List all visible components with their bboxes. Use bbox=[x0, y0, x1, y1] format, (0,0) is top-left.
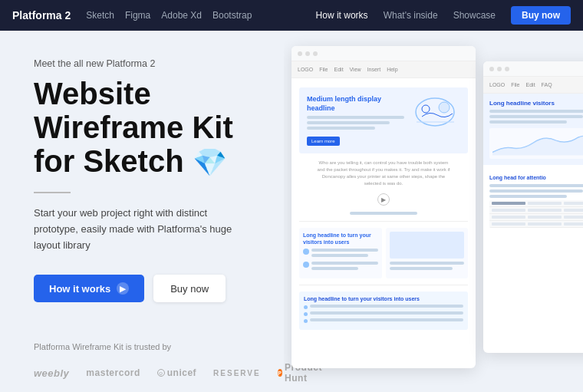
mock-nav-item2: Edit bbox=[334, 67, 344, 72]
mock-chart bbox=[489, 128, 583, 159]
mock-nav-item3: View bbox=[350, 67, 361, 72]
mockup-body: Medium length display headline Learn mor… bbox=[292, 78, 476, 344]
navbar: Platforma 2 Sketch Figma Adobe Xd Bootst… bbox=[0, 0, 583, 31]
main-mockup: LOGO File Edit View Insert Help Medium l… bbox=[292, 46, 476, 368]
mock-features-title: Long headline to turn your visitors into… bbox=[304, 296, 463, 301]
brand-logo: Platforma 2 bbox=[12, 9, 71, 21]
mock-cta: Learn more bbox=[307, 137, 340, 146]
mock-table bbox=[489, 200, 583, 228]
mock-nav-item5: Help bbox=[387, 67, 397, 72]
mock-icon-1 bbox=[303, 249, 309, 255]
mock-card-1: Long headline to turn your visitors into… bbox=[299, 228, 382, 278]
mastercord-logo: mastercord bbox=[86, 367, 140, 378]
mock-card-2 bbox=[386, 228, 469, 278]
mock-icon-row bbox=[303, 249, 378, 259]
mockup-nav: LOGO File Edit View Insert Help bbox=[292, 61, 476, 78]
mock-card-headline: Long headline to turn your visitors into… bbox=[303, 232, 378, 245]
hero-left: Meet the all new Platforma 2 Website Wir… bbox=[0, 31, 284, 392]
table-row-3 bbox=[489, 214, 583, 221]
nav-links: Sketch Figma Adobe Xd Bootstrap bbox=[86, 10, 252, 21]
brand-logos: weebly mastercord ☺ unicef RESERVE P Pro… bbox=[34, 362, 253, 384]
how-it-works-button[interactable]: How it works ▶ bbox=[34, 275, 144, 302]
weebly-logo: weebly bbox=[34, 367, 69, 379]
mock-play-button: ▶ bbox=[377, 193, 390, 206]
side-attention-section: Long head for attentio bbox=[483, 170, 583, 232]
navbar-left: Platforma 2 Sketch Figma Adobe Xd Bootst… bbox=[12, 9, 252, 21]
trusted-by-label: Platforma Wireframe Kit is trusted by bbox=[34, 342, 253, 351]
unicef-logo: ☺ unicef bbox=[157, 367, 196, 378]
mock-nav-logo: LOGO bbox=[298, 67, 313, 72]
hero-tagline: Meet the all new Platforma 2 bbox=[34, 58, 253, 69]
svg-point-1 bbox=[422, 105, 430, 113]
mock-icon-2 bbox=[303, 262, 309, 268]
hero-section: Meet the all new Platforma 2 Website Wir… bbox=[0, 31, 583, 392]
hero-mockups: LOGO File Edit View Insert Help Medium l… bbox=[284, 31, 583, 392]
side-hero-area: Long headline visitors bbox=[483, 94, 583, 165]
buy-now-button[interactable]: Buy now bbox=[511, 6, 571, 25]
mock-illustration bbox=[410, 95, 460, 130]
dot-red bbox=[298, 51, 302, 56]
mock-divider-section: Who are you telling it, can control you … bbox=[299, 160, 468, 215]
attention-title: Long head for attentio bbox=[489, 174, 583, 182]
mock-card-section: Long headline to turn your visitors into… bbox=[299, 228, 468, 278]
nav-whats-inside[interactable]: What's inside bbox=[384, 10, 438, 21]
nav-link-adobexd[interactable]: Adobe Xd bbox=[161, 10, 202, 21]
mock-nav-item1: File bbox=[319, 67, 328, 72]
arrow-icon: ▶ bbox=[117, 282, 129, 295]
nav-link-figma[interactable]: Figma bbox=[125, 10, 150, 21]
buy-now-hero-button[interactable]: Buy now bbox=[153, 275, 226, 302]
dot-yellow bbox=[305, 51, 310, 56]
hero-emoji: 💎 bbox=[193, 147, 227, 178]
mock-main-headline: Medium length display headline bbox=[307, 95, 404, 113]
dot-green bbox=[313, 51, 318, 56]
hero-title: Website Wireframe Kit for Sketch 💎 bbox=[34, 77, 253, 178]
mock-features-section: Long headline to turn your visitors into… bbox=[299, 292, 468, 330]
mock-sub-line bbox=[350, 212, 417, 215]
table-row-1 bbox=[489, 200, 583, 207]
mock-center-text: Who are you telling it, can control you … bbox=[299, 160, 468, 187]
navbar-right: How it works What's inside Showcase Buy … bbox=[316, 6, 571, 25]
hero-divider bbox=[34, 192, 71, 193]
side-mockup: LOGO File Edit FAQ Long headline visitor… bbox=[483, 61, 583, 353]
side-headline: Long headline visitors bbox=[489, 100, 583, 107]
mock-text-3 bbox=[307, 127, 375, 130]
nav-showcase[interactable]: Showcase bbox=[453, 10, 496, 21]
hero-buttons: How it works ▶ Buy now bbox=[34, 275, 253, 302]
hero-title-line1: Website bbox=[34, 77, 151, 110]
table-row-4 bbox=[489, 221, 583, 228]
mockup-titlebar bbox=[292, 46, 476, 61]
nav-how-it-works[interactable]: How it works bbox=[316, 10, 368, 21]
mock-section-divider bbox=[299, 221, 468, 222]
mock-text-1 bbox=[307, 116, 404, 119]
mock-feature-1 bbox=[304, 305, 463, 310]
side-mockup-titlebar bbox=[483, 61, 583, 77]
table-row-2 bbox=[489, 207, 583, 214]
hero-title-line3: for Sketch bbox=[34, 144, 184, 178]
nav-link-bootstrap[interactable]: Bootstrap bbox=[212, 10, 252, 21]
hero-title-line2: Wireframe Kit bbox=[34, 110, 233, 144]
mock-icon-row-2 bbox=[303, 262, 378, 272]
mock-text-2 bbox=[307, 121, 390, 124]
mock-hero-area: Medium length display headline Learn mor… bbox=[299, 87, 468, 153]
hero-description: Start your web project right with distin… bbox=[34, 206, 253, 253]
side-mockup-nav: LOGO File Edit FAQ bbox=[483, 77, 583, 94]
mock-divider-2 bbox=[299, 285, 468, 285]
nav-link-sketch[interactable]: Sketch bbox=[86, 10, 114, 21]
mock-feature-2 bbox=[304, 311, 463, 317]
mock-feature-3 bbox=[304, 318, 463, 324]
reserve-logo: RESERVE bbox=[213, 369, 261, 377]
how-it-works-label: How it works bbox=[49, 283, 110, 295]
mock-nav-item4: Insert bbox=[367, 67, 381, 72]
svg-point-2 bbox=[439, 102, 450, 113]
